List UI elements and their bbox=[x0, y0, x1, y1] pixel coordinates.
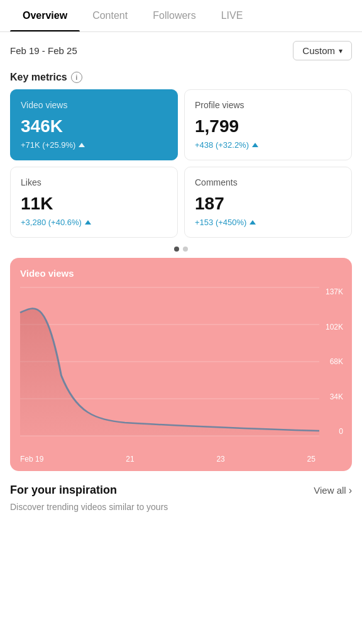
video-views-chart: Video views bbox=[10, 258, 352, 471]
x-label-25: 25 bbox=[307, 455, 315, 464]
x-label-21: 21 bbox=[126, 455, 134, 464]
tab-live[interactable]: LIVE bbox=[209, 0, 256, 31]
chart-x-labels: Feb 19 21 23 25 bbox=[20, 451, 347, 464]
metric-change-profile-views: +438 (+32.2%) bbox=[195, 140, 341, 150]
chart-area-fill bbox=[20, 309, 319, 436]
y-label-34k: 34K bbox=[330, 392, 343, 401]
metric-label-video-views: Video views bbox=[21, 100, 167, 110]
metric-label-likes: Likes bbox=[21, 177, 167, 187]
chart-svg-wrap bbox=[20, 287, 319, 451]
arrow-up-icon bbox=[85, 220, 91, 225]
metric-card-likes: Likes 11K +3,280 (+40.6%) bbox=[10, 167, 178, 238]
chart-title: Video views bbox=[20, 268, 347, 279]
y-label-0: 0 bbox=[339, 427, 343, 436]
metric-change-likes: +3,280 (+40.6%) bbox=[21, 218, 167, 227]
tab-overview[interactable]: Overview bbox=[10, 0, 80, 31]
metric-value-likes: 11K bbox=[21, 194, 167, 214]
dot-2[interactable] bbox=[183, 247, 188, 252]
view-all-label: View all bbox=[314, 485, 346, 496]
metric-change-comments: +153 (+450%) bbox=[195, 218, 341, 227]
metric-change-video-views: +71K (+25.9%) bbox=[21, 140, 167, 150]
metric-card-profile-views: Profile views 1,799 +438 (+32.2%) bbox=[184, 89, 352, 160]
dot-1[interactable] bbox=[174, 247, 179, 252]
tab-followers[interactable]: Followers bbox=[140, 0, 208, 31]
inspiration-subtitle: Discover trending videos similar to your… bbox=[0, 502, 362, 525]
x-label-feb19: Feb 19 bbox=[20, 455, 43, 464]
y-label-102k: 102K bbox=[326, 323, 343, 331]
info-icon[interactable]: i bbox=[71, 72, 82, 83]
arrow-up-icon bbox=[252, 143, 258, 147]
chart-line-svg bbox=[20, 287, 319, 436]
arrow-up-icon bbox=[250, 220, 256, 225]
chevron-right-icon: › bbox=[349, 485, 352, 496]
chart-area: 137K 102K 68K 34K 0 bbox=[20, 287, 347, 451]
metric-value-video-views: 346K bbox=[21, 116, 167, 136]
chevron-down-icon: ▾ bbox=[339, 47, 343, 55]
metric-value-comments: 187 bbox=[195, 194, 341, 214]
metrics-grid: Video views 346K +71K (+25.9%) Profile v… bbox=[0, 89, 362, 238]
key-metrics-heading: Key metrics i bbox=[0, 69, 362, 89]
y-label-137k: 137K bbox=[326, 287, 343, 296]
arrow-up-icon bbox=[79, 143, 85, 147]
chart-y-labels: 137K 102K 68K 34K 0 bbox=[319, 287, 347, 451]
view-all-button[interactable]: View all › bbox=[314, 485, 352, 496]
date-range-label: Feb 19 - Feb 25 bbox=[10, 45, 77, 56]
inspiration-row: For your inspiration View all › bbox=[0, 471, 362, 502]
custom-label: Custom bbox=[302, 45, 335, 56]
metric-value-profile-views: 1,799 bbox=[195, 116, 341, 136]
metric-label-comments: Comments bbox=[195, 177, 341, 187]
metric-card-video-views: Video views 346K +71K (+25.9%) bbox=[10, 89, 178, 160]
x-label-23: 23 bbox=[216, 455, 224, 464]
metric-label-profile-views: Profile views bbox=[195, 100, 341, 110]
tabs-nav: Overview Content Followers LIVE bbox=[0, 0, 362, 32]
custom-button[interactable]: Custom ▾ bbox=[293, 41, 352, 60]
tab-content[interactable]: Content bbox=[80, 0, 140, 31]
y-label-68k: 68K bbox=[330, 357, 343, 366]
carousel-dots bbox=[0, 247, 362, 252]
metric-card-comments: Comments 187 +153 (+450%) bbox=[184, 167, 352, 238]
inspiration-title: For your inspiration bbox=[10, 484, 117, 497]
date-row: Feb 19 - Feb 25 Custom ▾ bbox=[0, 32, 362, 69]
